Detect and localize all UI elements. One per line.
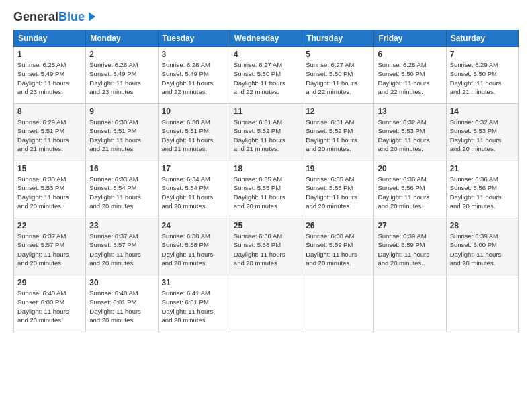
day-number: 12 xyxy=(306,107,370,116)
day-number: 2 xyxy=(89,50,154,59)
calendar-page: GeneralBlue SundayMondayTuesdayWednesday… xyxy=(0,0,532,411)
day-number: 17 xyxy=(162,164,226,173)
calendar-table: SundayMondayTuesdayWednesdayThursdayFrid… xyxy=(13,30,519,332)
day-info: Sunrise: 6:35 AMSunset: 5:55 PMDaylight:… xyxy=(234,175,298,210)
day-info: Sunrise: 6:30 AMSunset: 5:51 PMDaylight:… xyxy=(162,118,226,153)
day-number: 5 xyxy=(306,50,370,59)
day-cell: 15Sunrise: 6:33 AMSunset: 5:53 PMDayligh… xyxy=(14,161,86,218)
day-number: 13 xyxy=(378,107,442,116)
day-info: Sunrise: 6:38 AMSunset: 5:58 PMDaylight:… xyxy=(234,232,298,267)
day-number: 24 xyxy=(162,221,226,230)
weekday-header-wednesday: Wednesday xyxy=(230,30,302,47)
day-number: 7 xyxy=(450,50,515,59)
logo-arrow-icon xyxy=(89,12,95,21)
day-cell: 26Sunrise: 6:38 AMSunset: 5:59 PMDayligh… xyxy=(302,218,374,275)
day-info: Sunrise: 6:33 AMSunset: 5:54 PMDaylight:… xyxy=(89,175,154,210)
day-cell xyxy=(302,275,374,332)
day-number: 16 xyxy=(89,164,154,173)
day-cell: 11Sunrise: 6:31 AMSunset: 5:52 PMDayligh… xyxy=(230,104,302,161)
day-cell: 21Sunrise: 6:36 AMSunset: 5:56 PMDayligh… xyxy=(446,161,518,218)
day-cell: 7Sunrise: 6:29 AMSunset: 5:50 PMDaylight… xyxy=(446,47,518,104)
day-number: 30 xyxy=(89,278,154,287)
day-cell: 28Sunrise: 6:39 AMSunset: 6:00 PMDayligh… xyxy=(446,218,518,275)
week-row-5: 29Sunrise: 6:40 AMSunset: 6:00 PMDayligh… xyxy=(14,275,519,332)
weekday-header-sunday: Sunday xyxy=(14,30,86,47)
day-info: Sunrise: 6:36 AMSunset: 5:56 PMDaylight:… xyxy=(378,175,442,210)
weekday-header-thursday: Thursday xyxy=(302,30,374,47)
weekday-header-monday: Monday xyxy=(86,30,158,47)
logo: GeneralBlue xyxy=(13,11,95,23)
day-info: Sunrise: 6:29 AMSunset: 5:51 PMDaylight:… xyxy=(17,118,82,153)
day-number: 21 xyxy=(450,164,515,173)
day-cell: 29Sunrise: 6:40 AMSunset: 6:00 PMDayligh… xyxy=(14,275,86,332)
day-number: 28 xyxy=(450,221,515,230)
day-info: Sunrise: 6:40 AMSunset: 6:00 PMDaylight:… xyxy=(17,289,82,324)
day-info: Sunrise: 6:35 AMSunset: 5:55 PMDaylight:… xyxy=(306,175,370,210)
day-number: 9 xyxy=(89,107,154,116)
weekday-header-tuesday: Tuesday xyxy=(158,30,230,47)
day-info: Sunrise: 6:31 AMSunset: 5:52 PMDaylight:… xyxy=(306,118,370,153)
day-number: 20 xyxy=(378,164,442,173)
day-info: Sunrise: 6:27 AMSunset: 5:50 PMDaylight:… xyxy=(234,60,298,96)
day-cell: 24Sunrise: 6:38 AMSunset: 5:58 PMDayligh… xyxy=(158,218,230,275)
day-cell: 1Sunrise: 6:25 AMSunset: 5:49 PMDaylight… xyxy=(14,47,86,104)
day-number: 6 xyxy=(378,50,442,59)
day-info: Sunrise: 6:25 AMSunset: 5:49 PMDaylight:… xyxy=(17,60,82,96)
day-number: 23 xyxy=(89,221,154,230)
day-cell: 13Sunrise: 6:32 AMSunset: 5:53 PMDayligh… xyxy=(374,104,446,161)
day-cell: 6Sunrise: 6:28 AMSunset: 5:50 PMDaylight… xyxy=(374,47,446,104)
day-info: Sunrise: 6:34 AMSunset: 5:54 PMDaylight:… xyxy=(162,175,226,210)
day-cell xyxy=(374,275,446,332)
day-cell: 20Sunrise: 6:36 AMSunset: 5:56 PMDayligh… xyxy=(374,161,446,218)
day-cell: 16Sunrise: 6:33 AMSunset: 5:54 PMDayligh… xyxy=(86,161,158,218)
day-info: Sunrise: 6:32 AMSunset: 5:53 PMDaylight:… xyxy=(378,118,442,153)
header: GeneralBlue xyxy=(13,11,519,23)
day-number: 18 xyxy=(234,164,298,173)
weekday-header-row: SundayMondayTuesdayWednesdayThursdayFrid… xyxy=(14,30,519,47)
day-cell: 30Sunrise: 6:40 AMSunset: 6:01 PMDayligh… xyxy=(86,275,158,332)
day-info: Sunrise: 6:37 AMSunset: 5:57 PMDaylight:… xyxy=(17,232,82,267)
day-number: 15 xyxy=(17,164,82,173)
day-info: Sunrise: 6:39 AMSunset: 5:59 PMDaylight:… xyxy=(378,232,442,267)
day-number: 3 xyxy=(162,50,226,59)
day-info: Sunrise: 6:32 AMSunset: 5:53 PMDaylight:… xyxy=(450,118,515,153)
logo-general: General xyxy=(13,10,58,24)
day-info: Sunrise: 6:33 AMSunset: 5:53 PMDaylight:… xyxy=(17,175,82,210)
day-number: 4 xyxy=(234,50,298,59)
day-number: 31 xyxy=(162,278,226,287)
day-info: Sunrise: 6:36 AMSunset: 5:56 PMDaylight:… xyxy=(450,175,515,210)
day-cell: 18Sunrise: 6:35 AMSunset: 5:55 PMDayligh… xyxy=(230,161,302,218)
day-number: 22 xyxy=(17,221,82,230)
weekday-header-saturday: Saturday xyxy=(446,30,518,47)
day-number: 26 xyxy=(306,221,370,230)
day-cell: 19Sunrise: 6:35 AMSunset: 5:55 PMDayligh… xyxy=(302,161,374,218)
week-row-4: 22Sunrise: 6:37 AMSunset: 5:57 PMDayligh… xyxy=(14,218,519,275)
week-row-1: 1Sunrise: 6:25 AMSunset: 5:49 PMDaylight… xyxy=(14,47,519,104)
day-info: Sunrise: 6:40 AMSunset: 6:01 PMDaylight:… xyxy=(89,289,154,324)
day-info: Sunrise: 6:29 AMSunset: 5:50 PMDaylight:… xyxy=(450,60,515,96)
day-info: Sunrise: 6:27 AMSunset: 5:50 PMDaylight:… xyxy=(306,60,370,96)
day-number: 11 xyxy=(234,107,298,116)
day-info: Sunrise: 6:38 AMSunset: 5:59 PMDaylight:… xyxy=(306,232,370,267)
week-row-2: 8Sunrise: 6:29 AMSunset: 5:51 PMDaylight… xyxy=(14,104,519,161)
day-number: 25 xyxy=(234,221,298,230)
day-info: Sunrise: 6:28 AMSunset: 5:50 PMDaylight:… xyxy=(378,60,442,96)
day-info: Sunrise: 6:37 AMSunset: 5:57 PMDaylight:… xyxy=(89,232,154,267)
day-cell: 4Sunrise: 6:27 AMSunset: 5:50 PMDaylight… xyxy=(230,47,302,104)
day-cell: 10Sunrise: 6:30 AMSunset: 5:51 PMDayligh… xyxy=(158,104,230,161)
day-info: Sunrise: 6:39 AMSunset: 6:00 PMDaylight:… xyxy=(450,232,515,267)
day-cell: 12Sunrise: 6:31 AMSunset: 5:52 PMDayligh… xyxy=(302,104,374,161)
day-cell: 23Sunrise: 6:37 AMSunset: 5:57 PMDayligh… xyxy=(86,218,158,275)
logo-blue: Blue xyxy=(58,10,85,24)
day-cell: 14Sunrise: 6:32 AMSunset: 5:53 PMDayligh… xyxy=(446,104,518,161)
day-info: Sunrise: 6:38 AMSunset: 5:58 PMDaylight:… xyxy=(162,232,226,267)
day-number: 10 xyxy=(162,107,226,116)
day-cell: 8Sunrise: 6:29 AMSunset: 5:51 PMDaylight… xyxy=(14,104,86,161)
day-cell: 17Sunrise: 6:34 AMSunset: 5:54 PMDayligh… xyxy=(158,161,230,218)
day-number: 29 xyxy=(17,278,82,287)
day-number: 14 xyxy=(450,107,515,116)
day-info: Sunrise: 6:30 AMSunset: 5:51 PMDaylight:… xyxy=(89,118,154,153)
day-cell xyxy=(446,275,518,332)
day-number: 19 xyxy=(306,164,370,173)
day-cell xyxy=(230,275,302,332)
